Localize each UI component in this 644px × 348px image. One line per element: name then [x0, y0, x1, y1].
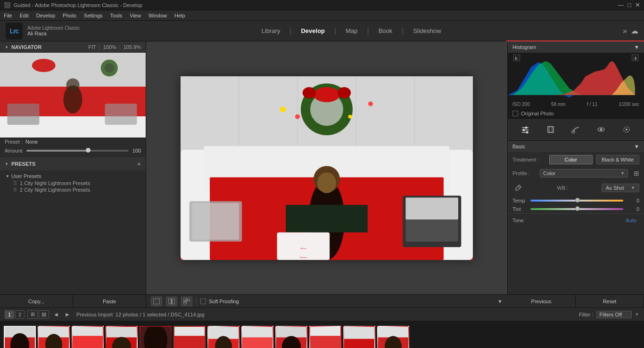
tool-red-eye[interactable]	[594, 122, 608, 137]
app-name-block: Adobe Lightroom Classic Ali Raza	[27, 25, 80, 36]
filmstrip-thumb-10[interactable]	[309, 326, 341, 348]
view-mode-survey[interactable]	[181, 297, 192, 306]
svg-point-46	[525, 127, 527, 129]
view-mode-single[interactable]	[151, 297, 162, 306]
nav-sep-1: |	[289, 27, 291, 35]
zoom-fit[interactable]: FIT	[88, 44, 96, 50]
histogram-shadows-clip-icon[interactable]: ◧	[513, 55, 520, 61]
cloud-icon[interactable]: ☁	[631, 26, 638, 35]
menu-file[interactable]: File	[4, 13, 12, 18]
right-panel: Histogram ▼ ◧ ◨	[507, 41, 644, 294]
previous-button[interactable]: Previous	[507, 295, 576, 308]
presets-header[interactable]: ▼ Presets +	[0, 157, 146, 170]
svg-point-50	[526, 131, 528, 134]
wb-dropdown[interactable]: As Shot ▼	[602, 184, 639, 192]
filmstrip-grid-icon[interactable]: ⊞	[27, 310, 38, 319]
wb-row: WB : As Shot ▼	[508, 179, 644, 196]
histogram-expand-icon[interactable]: ▼	[634, 44, 639, 50]
header: Lrc Adobe Lightroom Classic Ali Raza Lib…	[0, 21, 644, 41]
filmstrip-expand-icon[interactable]: ▼	[635, 312, 639, 317]
svg-point-58	[626, 129, 627, 130]
preset-item-2[interactable]: ☰ 2 City Night Lightroom Presets	[4, 186, 142, 193]
menu-edit[interactable]: Edit	[20, 13, 29, 18]
wb-eyedropper-button[interactable]	[512, 182, 524, 194]
soft-proofing-checkbox[interactable]	[200, 299, 206, 304]
preset-item-icon-1: ☰	[13, 181, 17, 186]
treatment-bw-button[interactable]: Black & White	[596, 155, 640, 164]
menu-photo[interactable]: Photo	[63, 13, 76, 18]
expand-panels-icon[interactable]: »	[623, 27, 627, 35]
filmstrip-thumb-7[interactable]	[207, 326, 239, 348]
filmstrip-next-btn[interactable]: ►	[63, 310, 72, 319]
menu-develop[interactable]: Develop	[36, 13, 55, 18]
menu-tools[interactable]: Tools	[110, 13, 123, 18]
bottom-center-actions: Soft Proofing ▼	[146, 294, 507, 308]
treatment-color-button[interactable]: Color	[549, 155, 593, 164]
tab-develop[interactable]: Develop	[293, 25, 332, 36]
toolbar-expand-btn[interactable]: ▼	[497, 299, 503, 304]
filmstrip-thumb-4[interactable]	[106, 326, 138, 348]
close-button[interactable]: ✕	[635, 1, 640, 8]
add-preset-button[interactable]: +	[137, 160, 141, 168]
reset-button[interactable]: Reset	[576, 295, 644, 308]
menu-view[interactable]: View	[130, 13, 141, 18]
filmstrip-thumb-5[interactable]	[140, 326, 172, 348]
page-num-1[interactable]: 1	[5, 310, 14, 319]
zoom-custom[interactable]: 105.9%	[124, 44, 141, 50]
tint-slider[interactable]	[530, 208, 623, 210]
tab-library[interactable]: Library	[254, 25, 288, 36]
filmstrip-thumb-6[interactable]	[173, 326, 206, 348]
preset-item-1[interactable]: ☰ 1 City Night Lightroom Presets	[4, 180, 142, 186]
filmstrip-thumb-11[interactable]	[343, 326, 375, 348]
original-photo-checkbox[interactable]	[512, 111, 518, 116]
temp-slider[interactable]	[530, 200, 623, 202]
basic-header[interactable]: Basic ▼	[508, 141, 644, 152]
paste-button[interactable]: Paste	[73, 295, 146, 308]
amount-row: Amount 100	[0, 146, 146, 155]
filmstrip-thumb-8[interactable]	[241, 326, 273, 348]
histogram-highlights-clip-icon[interactable]: ◨	[632, 55, 638, 61]
menu-settings[interactable]: Settings	[84, 13, 103, 18]
filmstrip-thumb-9[interactable]	[275, 326, 307, 348]
menu-window[interactable]: Window	[149, 13, 167, 18]
filmstrip-list-icon[interactable]: ▤	[39, 310, 49, 319]
tab-map[interactable]: Map	[338, 25, 365, 36]
copy-button[interactable]: Copy...	[0, 295, 73, 308]
tone-auto-button[interactable]: Auto	[623, 217, 639, 224]
filmstrip-thumb-1[interactable]	[4, 326, 36, 348]
filmstrip-thumb-3[interactable]	[72, 326, 104, 348]
svg-point-48	[522, 129, 525, 131]
filmstrip-prev-btn[interactable]: ◄	[52, 310, 60, 319]
svg-point-24	[314, 87, 340, 102]
page-num-2[interactable]: 2	[15, 310, 25, 319]
tab-slideshow[interactable]: Slideshow	[405, 25, 448, 36]
filter-dropdown[interactable]: Filters Off	[596, 311, 632, 318]
navigator-preview	[0, 53, 146, 138]
filename-text: / DSC_4114.jpg	[168, 312, 205, 317]
filmstrip-thumb-2[interactable]	[38, 326, 70, 348]
tool-crop[interactable]	[544, 122, 558, 137]
menu-help[interactable]: Help	[174, 13, 185, 18]
tool-radial-filter[interactable]	[619, 122, 634, 137]
profile-browser-icon[interactable]: ⊞	[634, 170, 639, 177]
heal-icon	[571, 125, 580, 134]
zoom-100[interactable]: 100%	[103, 44, 116, 50]
tab-book[interactable]: Book	[371, 25, 400, 36]
maximize-button[interactable]: □	[627, 1, 631, 8]
tool-healing-brush[interactable]	[569, 122, 583, 137]
navigator-header[interactable]: ▼ Navigator FIT | 100% | 105.9%	[0, 41, 146, 53]
minimize-button[interactable]: —	[618, 1, 624, 8]
preset-group-user-header[interactable]: ▼ User Presets	[4, 172, 142, 180]
filmstrip-thumb-12[interactable]	[377, 326, 409, 348]
profile-dropdown[interactable]: Color ▼	[540, 169, 628, 178]
view-mode-compare[interactable]	[166, 297, 177, 306]
svg-rect-87	[276, 327, 306, 337]
tool-basic-adjustments[interactable]	[518, 122, 532, 137]
amount-slider[interactable]	[26, 150, 129, 152]
basic-expand-icon[interactable]: ▼	[634, 144, 639, 149]
profile-label: Profile :	[512, 170, 536, 176]
redeye-icon	[597, 125, 605, 134]
histogram-header[interactable]: Histogram ▼	[508, 41, 644, 53]
thumb-7-image	[208, 327, 239, 348]
navigator-title: Navigator	[11, 44, 41, 50]
